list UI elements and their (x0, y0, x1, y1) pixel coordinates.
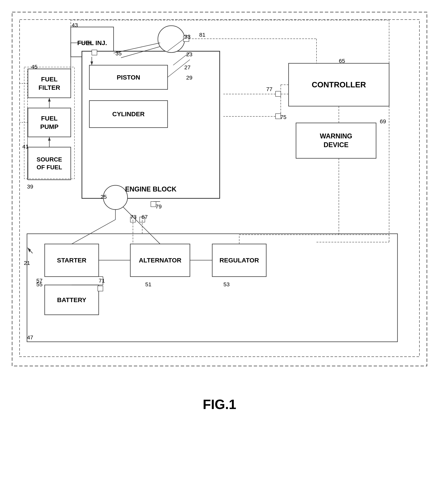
ref-71: 71 (99, 278, 105, 284)
ref-27: 27 (184, 64, 190, 71)
starter-label: STARTER (46, 245, 98, 276)
warning-device-label: WARNINGDEVICE (297, 124, 375, 157)
source-of-fuel-label: SOURCEOF FUEL (29, 148, 70, 179)
ref-77: 77 (266, 86, 272, 92)
svg-point-10 (158, 26, 185, 52)
svg-rect-20 (276, 91, 281, 97)
svg-marker-67 (27, 248, 31, 252)
ref-79: 79 (156, 203, 162, 210)
svg-rect-23 (151, 201, 156, 207)
svg-line-71 (168, 37, 186, 51)
ref-67: 67 (142, 214, 148, 220)
ref-33: 33 (184, 34, 190, 40)
svg-marker-34 (90, 61, 93, 65)
battery-label: BATTERY (46, 286, 98, 314)
ref-73: 73 (130, 214, 136, 220)
svg-rect-21 (276, 114, 281, 119)
svg-line-54 (123, 207, 160, 244)
cylinder-label: CYLINDER (90, 101, 167, 127)
ref-69: 69 (380, 118, 386, 125)
ref-45: 45 (31, 64, 37, 70)
ref-53: 53 (223, 281, 230, 288)
svg-line-53 (72, 220, 115, 244)
fuel-filter-label: FUELFILTER (29, 70, 70, 97)
ref-75: 75 (280, 114, 286, 120)
piston-label: PISTON (90, 66, 167, 88)
ref-35: 35 (115, 50, 122, 57)
ref-47: 47 (27, 334, 33, 341)
ref-55: 55 (36, 281, 42, 288)
ref-81: 81 (199, 32, 205, 38)
ref-41: 41 (22, 143, 28, 150)
ref-65: 65 (339, 58, 345, 64)
svg-line-66 (27, 248, 33, 253)
svg-marker-29 (48, 98, 51, 101)
ref-29: 29 (186, 74, 192, 81)
engine-block-label: ENGINE BLOCK (83, 185, 219, 193)
svg-marker-27 (48, 137, 51, 141)
regulator-label: REGULATOR (213, 245, 265, 276)
svg-rect-25 (98, 286, 103, 291)
ref-43: 43 (72, 22, 78, 28)
ref-21: 21 (24, 260, 30, 266)
controller-label: CONTROLLER (290, 64, 388, 105)
diagram-page: FUEL INJ. FUELFILTER FUELPUMP SOURCEOF F… (0, 0, 439, 504)
ref-51: 51 (145, 281, 151, 288)
alternator-label: ALTERNATOR (131, 245, 189, 276)
fuel-injector-label: FUEL INJ. (72, 29, 113, 57)
fuel-pump-label: FUELPUMP (29, 109, 70, 136)
ref-23: 23 (186, 51, 192, 58)
svg-line-36 (121, 47, 160, 58)
ref-39: 39 (27, 184, 33, 190)
figure-label: FIG.1 (203, 397, 236, 412)
ref-25: 25 (100, 194, 107, 200)
